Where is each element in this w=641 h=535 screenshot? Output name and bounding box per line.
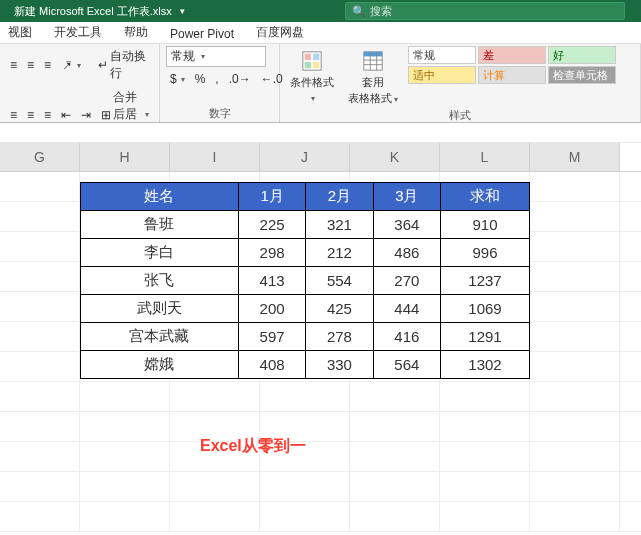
watermark-text: Excel从零到一 bbox=[200, 436, 306, 457]
ribbon: ≡ ≡ ≡ ⭷ ↵ 自动换行 ≡ ≡ ≡ ⇤ ⇥ ⊞ 合并后居中 对齐方式 常规 bbox=[0, 44, 641, 123]
align-center-button[interactable]: ≡ bbox=[23, 106, 38, 124]
search-box[interactable]: 🔍 搜索 bbox=[345, 2, 625, 20]
increase-decimal-button[interactable]: .0→ bbox=[225, 70, 255, 88]
style-cell-good[interactable]: 好 bbox=[548, 46, 616, 64]
th-m1[interactable]: 1月 bbox=[238, 183, 305, 211]
tab-baidu[interactable]: 百度网盘 bbox=[252, 22, 308, 43]
table-row[interactable]: 李白298212486996 bbox=[81, 239, 530, 267]
col-header-L[interactable]: L bbox=[440, 143, 530, 171]
spreadsheet-area[interactable]: G H I J K L M 姓名 1月 2月 3月 求和 鲁班225321364… bbox=[0, 123, 641, 535]
filename-chevron-icon[interactable]: ▾ bbox=[180, 6, 185, 16]
group-label-styles: 样式 bbox=[286, 108, 634, 124]
table-row[interactable]: 嫦娥4083305641302 bbox=[81, 351, 530, 379]
align-middle-button[interactable]: ≡ bbox=[23, 56, 38, 74]
col-header-M[interactable]: M bbox=[530, 143, 620, 171]
style-cell-neutral[interactable]: 适中 bbox=[408, 66, 476, 84]
col-header-H[interactable]: H bbox=[80, 143, 170, 171]
conditional-format-icon bbox=[299, 48, 325, 74]
th-name[interactable]: 姓名 bbox=[81, 183, 239, 211]
col-header-G[interactable]: G bbox=[0, 143, 80, 171]
wrap-text-button[interactable]: ↵ 自动换行 bbox=[94, 46, 153, 84]
svg-rect-3 bbox=[305, 62, 311, 68]
style-cell-calc[interactable]: 计算 bbox=[478, 66, 546, 84]
table-row[interactable]: 鲁班225321364910 bbox=[81, 211, 530, 239]
col-header-K[interactable]: K bbox=[350, 143, 440, 171]
data-table[interactable]: 姓名 1月 2月 3月 求和 鲁班225321364910 李白29821248… bbox=[80, 182, 530, 379]
formula-bar-spacer bbox=[0, 123, 641, 143]
cell-style-gallery: 常规 差 好 适中 计算 检查单元格 bbox=[408, 46, 616, 84]
comma-button[interactable]: , bbox=[211, 70, 222, 88]
style-cell-bad[interactable]: 差 bbox=[478, 46, 546, 64]
align-bottom-button[interactable]: ≡ bbox=[40, 56, 55, 74]
number-format-dropdown[interactable]: 常规 bbox=[166, 46, 266, 67]
style-cell-normal[interactable]: 常规 bbox=[408, 46, 476, 64]
file-name[interactable]: 新建 Microsoft Excel 工作表.xlsx bbox=[8, 2, 178, 21]
format-as-table-icon bbox=[360, 48, 386, 74]
svg-rect-1 bbox=[305, 54, 311, 60]
col-header-J[interactable]: J bbox=[260, 143, 350, 171]
title-bar: 新建 Microsoft Excel 工作表.xlsx ▾ 🔍 搜索 bbox=[0, 0, 641, 22]
format-as-table-button[interactable]: 套用 表格格式 bbox=[344, 46, 402, 108]
orientation-button[interactable]: ⭷ bbox=[57, 56, 85, 74]
group-label-number: 数字 bbox=[166, 106, 273, 122]
align-left-button[interactable]: ≡ bbox=[6, 106, 21, 124]
tab-developer[interactable]: 开发工具 bbox=[50, 22, 106, 43]
style-cell-check[interactable]: 检查单元格 bbox=[548, 66, 616, 84]
tab-view[interactable]: 视图 bbox=[4, 22, 36, 43]
search-icon: 🔍 bbox=[352, 5, 366, 18]
table-row[interactable]: 张飞4135542701237 bbox=[81, 267, 530, 295]
grid-area[interactable]: 姓名 1月 2月 3月 求和 鲁班225321364910 李白29821248… bbox=[0, 172, 641, 532]
align-right-button[interactable]: ≡ bbox=[40, 106, 55, 124]
currency-button[interactable]: $ bbox=[166, 70, 189, 88]
svg-rect-2 bbox=[313, 54, 319, 60]
svg-rect-4 bbox=[313, 62, 319, 68]
th-sum[interactable]: 求和 bbox=[441, 183, 530, 211]
align-top-button[interactable]: ≡ bbox=[6, 56, 21, 74]
conditional-format-button[interactable]: 条件格式 bbox=[286, 46, 338, 105]
tab-help[interactable]: 帮助 bbox=[120, 22, 152, 43]
tab-powerpivot[interactable]: Power Pivot bbox=[166, 25, 238, 43]
indent-decrease-button[interactable]: ⇤ bbox=[57, 106, 75, 124]
search-placeholder: 搜索 bbox=[370, 4, 392, 19]
th-m2[interactable]: 2月 bbox=[306, 183, 373, 211]
table-row[interactable]: 宫本武藏5972784161291 bbox=[81, 323, 530, 351]
ribbon-tabs: 视图 开发工具 帮助 Power Pivot 百度网盘 bbox=[0, 22, 641, 44]
column-headers: G H I J K L M bbox=[0, 143, 641, 172]
indent-increase-button[interactable]: ⇥ bbox=[77, 106, 95, 124]
col-header-I[interactable]: I bbox=[170, 143, 260, 171]
ribbon-group-alignment: ≡ ≡ ≡ ⭷ ↵ 自动换行 ≡ ≡ ≡ ⇤ ⇥ ⊞ 合并后居中 对齐方式 bbox=[0, 44, 160, 122]
percent-button[interactable]: % bbox=[191, 70, 210, 88]
ribbon-group-number: 常规 $ % , .0→ ←.0 数字 bbox=[160, 44, 280, 122]
ribbon-group-styles: 条件格式 套用 表格格式 常规 差 好 适中 计算 检查单元格 样式 bbox=[280, 44, 641, 122]
th-m3[interactable]: 3月 bbox=[373, 183, 440, 211]
svg-rect-6 bbox=[364, 52, 382, 57]
table-row[interactable]: 武则天2004254441069 bbox=[81, 295, 530, 323]
